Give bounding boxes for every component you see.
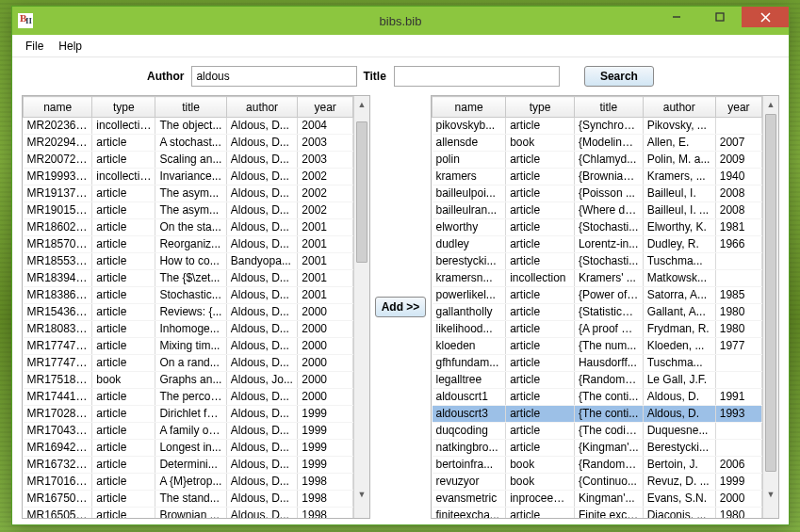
table-row[interactable]: MR1650567articleBrownian ...Aldous, D...… <box>24 508 353 519</box>
add-button[interactable]: Add >> <box>375 297 427 317</box>
table-row[interactable]: MR1673235articleDetermini...Aldous, D...… <box>24 457 353 474</box>
cell-title: {A proof of ... <box>574 321 643 338</box>
table-row[interactable]: natkingbro...article{Kingman'...Berestyc… <box>433 440 762 457</box>
scroll-thumb[interactable] <box>765 114 776 472</box>
cell-type: article <box>506 253 575 270</box>
col-title[interactable]: title <box>155 97 226 118</box>
search-button[interactable]: Search <box>584 66 654 87</box>
scroll-up-icon[interactable]: ▲ <box>354 96 369 112</box>
title-input[interactable] <box>394 66 560 87</box>
table-row[interactable]: MR1774745articleOn a rand...Aldous, D...… <box>24 355 353 372</box>
table-row[interactable]: gfhfundam...articleHausdorff...Tuschma..… <box>433 355 762 372</box>
cell-title: Hausdorff... <box>574 355 643 372</box>
cell-author: Aldous, D... <box>226 389 297 406</box>
menu-help[interactable]: Help <box>51 37 90 56</box>
col-type[interactable]: type <box>92 97 155 118</box>
table-row[interactable]: duqcodingarticle{The codin...Duquesne... <box>433 423 762 440</box>
cell-name: MR1855344 <box>24 253 92 270</box>
cell-year: 2002 <box>298 185 353 202</box>
table-row[interactable]: MR2023650incollectionThe object...Aldous… <box>24 118 353 135</box>
table-row[interactable]: MR1855344articleHow to co...Bandyopa...2… <box>24 253 353 270</box>
right-scrollbar[interactable]: ▲ ▼ <box>762 96 778 518</box>
table-row[interactable]: MR2029476articleA stochast...Aldous, D..… <box>24 135 353 152</box>
table-row[interactable]: MR1838600articleStochastic...Aldous, D..… <box>24 287 353 304</box>
table-row[interactable]: aldouscrt1article{The conti...Aldous, D.… <box>433 389 762 406</box>
close-button[interactable] <box>742 7 789 27</box>
cell-year <box>715 118 761 135</box>
cell-year: 1981 <box>715 219 761 236</box>
table-row[interactable]: MR1543686articleReviews: {...Aldous, D..… <box>24 304 353 321</box>
table-row[interactable]: powerlikel...article{Power of t...Satorr… <box>433 287 762 304</box>
cell-author: Bertoin, J. <box>643 457 715 474</box>
col-type[interactable]: type <box>506 97 575 118</box>
cell-name: natkingbro... <box>433 440 506 457</box>
table-row[interactable]: polinarticle{Chlamyd...Polin, M. a...200… <box>433 152 762 169</box>
table-row[interactable]: bertoinfra...book{Random f...Bertoin, J.… <box>433 457 762 474</box>
table-row[interactable]: MR1808372articleInhomoge...Aldous, D...2… <box>24 321 353 338</box>
table-row[interactable]: finiteexcha...articleFinite exch...Diaco… <box>433 508 762 519</box>
cell-author: Aldous, D... <box>226 270 297 287</box>
scroll-up-icon[interactable]: ▲ <box>763 96 778 112</box>
table-row[interactable]: revuzyorbook{Continuo...Revuz, D. ...199… <box>433 474 762 491</box>
table-row[interactable]: allensdebook{Modeling ...Allen, E.2007 <box>433 135 762 152</box>
cell-name: MR2023650 <box>24 118 92 135</box>
table-row[interactable]: bailleulpoi...article{Poisson ...Bailleu… <box>433 185 762 202</box>
menu-file[interactable]: File <box>18 37 51 56</box>
table-row[interactable]: evansmetricinproceedi...Kingman'...Evans… <box>433 491 762 508</box>
table-row[interactable]: MR1913728articleThe asym...Aldous, D...2… <box>24 185 353 202</box>
table-row[interactable]: MR1702871articleDirichlet fo...Aldous, D… <box>24 406 353 423</box>
table-row[interactable]: MR1701620articleA {M}etrop...Aldous, D..… <box>24 474 353 491</box>
table-row[interactable]: gallanthollyarticle{Statistical...Gallan… <box>433 304 762 321</box>
scroll-down-icon[interactable]: ▼ <box>354 486 369 502</box>
table-row[interactable]: pikovskyb...article{Synchroni...Pikovsky… <box>433 118 762 135</box>
col-year[interactable]: year <box>715 97 761 118</box>
table-row[interactable]: MR1999358incollectionInvariance...Aldous… <box>24 169 353 185</box>
table-row[interactable]: MR1675063articleThe stand...Aldous, D...… <box>24 491 353 508</box>
table-row[interactable]: likelihood...article{A proof of ...Frydm… <box>433 321 762 338</box>
table-row[interactable]: MR1704343articleA family of ...Aldous, D… <box>24 423 353 440</box>
table-row[interactable]: kloedenarticle{The num...Kloeden, ...197… <box>433 338 762 355</box>
table-row[interactable]: aldouscrt3article{The conti...Aldous, D.… <box>433 406 762 423</box>
table-row[interactable]: elworthyarticle{Stochasti...Elworthy, K.… <box>433 219 762 236</box>
table-row[interactable]: MR1860201articleOn the sta...Aldous, D..… <box>24 219 353 236</box>
cell-title: The asym... <box>155 202 226 219</box>
table-row[interactable]: MR1774749articleMixing tim...Aldous, D..… <box>24 338 353 355</box>
minimize-button[interactable] <box>655 7 698 27</box>
cell-type: article <box>92 236 155 253</box>
table-row[interactable]: MR2007286articleScaling an...Aldous, D..… <box>24 152 353 169</box>
table-row[interactable]: dudleyarticleLorentz-in...Dudley, R.1966 <box>433 236 762 253</box>
col-name[interactable]: name <box>433 97 506 118</box>
scroll-down-icon[interactable]: ▼ <box>763 486 778 502</box>
table-row[interactable]: kramersarticle{Brownian...Kramers, ...19… <box>433 169 762 185</box>
cell-title: Inhomoge... <box>155 321 226 338</box>
author-input[interactable] <box>191 66 357 87</box>
table-row[interactable]: MR1839499articleThe {$\zet...Aldous, D..… <box>24 270 353 287</box>
cell-type: article <box>92 253 155 270</box>
col-title[interactable]: title <box>574 97 643 118</box>
table-row[interactable]: berestycki...article{Stochasti...Tuschma… <box>433 253 762 270</box>
table-row[interactable]: MR1901508articleThe asym...Aldous, D...2… <box>24 202 353 219</box>
col-author[interactable]: author <box>226 97 297 118</box>
left-scrollbar[interactable]: ▲ ▼ <box>353 96 369 518</box>
cell-type: article <box>506 440 575 457</box>
table-row[interactable]: MR1751847bookGraphs an...Aldous, Jo...20… <box>24 372 353 389</box>
cell-author: Satorra, A... <box>643 287 715 304</box>
table-row[interactable]: kramersn...incollectionKramers' ...Matko… <box>433 270 762 287</box>
col-year[interactable]: year <box>298 97 353 118</box>
table-row[interactable]: bailleulran...article{Where do...Bailleu… <box>433 202 762 219</box>
table-row[interactable]: legalltreearticle{Random t...Le Gall, J.… <box>433 372 762 389</box>
cell-name: MR1860201 <box>24 219 92 236</box>
scroll-thumb[interactable] <box>356 121 367 263</box>
col-author[interactable]: author <box>643 97 715 118</box>
maximize-button[interactable] <box>698 7 742 27</box>
cell-type: article <box>506 372 575 389</box>
cell-author: Kramers, ... <box>643 169 715 185</box>
cell-title: Determini... <box>155 457 226 474</box>
table-row[interactable]: MR1744108articleThe percol...Aldous, D..… <box>24 389 353 406</box>
titlebar[interactable]: bibs.bib <box>12 7 789 35</box>
cell-title: {Modeling ... <box>574 135 643 152</box>
cell-title: How to co... <box>155 253 226 270</box>
table-row[interactable]: MR1694204articleLongest in...Aldous, D..… <box>24 440 353 457</box>
col-name[interactable]: name <box>24 97 92 118</box>
table-row[interactable]: MR1857066articleReorganiz...Aldous, D...… <box>24 236 353 253</box>
